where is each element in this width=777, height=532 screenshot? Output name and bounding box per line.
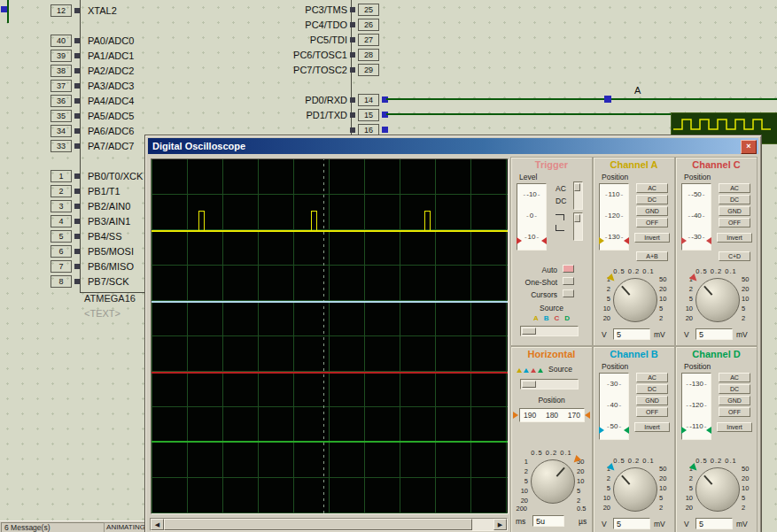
pin-label: PA3/ADC3 (88, 81, 134, 91)
pin-label: PD0/RXD (218, 95, 347, 105)
off-button[interactable]: OFF (719, 407, 750, 417)
slider-thumb[interactable] (522, 328, 536, 335)
wire-terminal (382, 127, 388, 133)
off-button[interactable]: OFF (636, 407, 668, 417)
pin-stub (350, 37, 355, 42)
knob-scale: 5 (596, 484, 610, 492)
slider-arrow[interactable] (681, 427, 687, 434)
time-per-div-knob[interactable] (531, 459, 575, 504)
scrollbar-thumb[interactable] (164, 519, 472, 530)
edge-polarity-switch[interactable] (573, 212, 583, 241)
slider-arrow[interactable] (517, 237, 522, 244)
scroll-right-icon: ▶ (498, 521, 502, 528)
gnd-button[interactable]: GND (719, 396, 750, 405)
channel-c-panel: Channel C Position -50 -40 -30 AC DC GND… (675, 157, 758, 346)
invert-button[interactable]: Invert (634, 422, 670, 432)
pin-number: 40 (51, 35, 72, 47)
pin-stub (74, 264, 80, 269)
level-label: Level (519, 173, 537, 181)
trigger-level-slider[interactable]: -10 0 10 (517, 183, 547, 251)
pin-stub (74, 68, 80, 73)
ac-button[interactable]: AC (636, 183, 668, 193)
slider-arrow[interactable] (599, 427, 604, 434)
slider-arrow[interactable] (541, 237, 547, 244)
knob-slot (556, 467, 565, 477)
knob-scale: 20 (679, 314, 693, 322)
scroll-left-button[interactable]: ◀ (151, 519, 164, 530)
trace-channel-d (152, 441, 508, 443)
pin-stub (74, 128, 80, 134)
pin-stub (350, 52, 355, 58)
slider-arrow[interactable] (624, 427, 629, 434)
panel-header: Horizontal (511, 349, 592, 359)
pin-number: 26 (358, 19, 379, 31)
slider-arrow[interactable] (706, 237, 711, 244)
sum-button[interactable]: C+D (719, 251, 750, 261)
knob-scale: 10 (659, 484, 673, 492)
gnd-button[interactable]: GND (636, 206, 668, 216)
position-slider[interactable]: -50 -40 -30 (681, 183, 711, 251)
invert-button[interactable]: Invert (634, 233, 670, 243)
volts-per-div-knob[interactable] (613, 278, 657, 322)
scroll-right-button[interactable]: ▶ (493, 519, 507, 530)
knob-scale: 2 (596, 285, 610, 293)
horizontal-position-display[interactable]: 190 180 170 (519, 408, 585, 422)
horizontal-source-slider[interactable] (520, 379, 579, 389)
one-shot-label: One-Shot (513, 278, 557, 287)
position-slider[interactable]: 30 40 50 (599, 373, 629, 440)
pin-row: 1PB0/T0/XCK (51, 170, 143, 181)
position-slider[interactable]: -130 -120 -110 (681, 373, 711, 440)
pin-stub (74, 219, 80, 224)
off-button[interactable]: OFF (636, 218, 668, 227)
switch-thumb[interactable] (574, 183, 580, 191)
ac-button[interactable]: AC (636, 373, 668, 382)
one-shot-button[interactable] (563, 277, 574, 285)
auto-indicator[interactable] (563, 265, 574, 273)
trace-pulse (311, 211, 317, 231)
pin-stub (74, 173, 80, 179)
slider-arrow[interactable] (706, 427, 711, 434)
volts-per-div-knob[interactable] (613, 467, 657, 512)
gnd-button[interactable]: GND (636, 396, 668, 405)
horizontal-scrollbar[interactable]: ◀ ▶ (150, 518, 508, 531)
volts-per-div-knob[interactable] (695, 467, 740, 512)
knob-scale: 50 (742, 465, 756, 473)
switch-thumb[interactable] (574, 214, 580, 222)
slider-arrow[interactable] (599, 237, 604, 244)
trigger-source-slider[interactable] (520, 326, 579, 336)
ac-dc-switch[interactable] (573, 181, 583, 210)
tick: 180 (546, 411, 558, 420)
dc-button[interactable]: DC (719, 195, 750, 204)
gnd-button[interactable]: GND (719, 206, 750, 216)
pin-label: PC6/TOSC1 (218, 50, 347, 60)
cursors-label: Cursors (518, 290, 557, 299)
knob-scale: 5 (659, 494, 673, 502)
slider-arrow[interactable] (624, 237, 629, 244)
pin-label: PA4/ADC4 (88, 96, 134, 106)
slider-thumb[interactable] (522, 381, 536, 388)
volts-per-div-knob[interactable] (695, 278, 740, 322)
message-count[interactable]: 6 Message(s) (1, 522, 105, 532)
pin-number: 27 (358, 34, 379, 46)
sum-button[interactable]: A+B (636, 251, 668, 261)
channel-d-panel: Channel D Position -130 -120 -110 AC DC … (675, 346, 758, 532)
ac-button[interactable]: AC (719, 373, 750, 382)
dc-button[interactable]: DC (719, 384, 750, 394)
tick: 0 (517, 205, 546, 227)
source-d: D (564, 314, 570, 322)
channel-b-mark-icon (524, 366, 529, 373)
position-slider[interactable]: 110 120 130 (599, 183, 629, 251)
invert-button[interactable]: Invert (717, 422, 752, 432)
slider-arrow[interactable] (681, 237, 687, 244)
unit-volts: V (684, 330, 689, 339)
cursors-button[interactable] (563, 289, 574, 297)
window-titlebar[interactable]: Digital Oscilloscope × (148, 138, 758, 154)
knob-pointer (607, 274, 619, 286)
off-button[interactable]: OFF (719, 218, 750, 227)
dc-button[interactable]: DC (636, 195, 668, 204)
dc-button[interactable]: DC (636, 384, 668, 394)
knob-scale: 50 (659, 465, 673, 473)
invert-button[interactable]: Invert (717, 233, 752, 243)
ac-button[interactable]: AC (719, 183, 750, 193)
close-button[interactable]: × (741, 140, 757, 154)
